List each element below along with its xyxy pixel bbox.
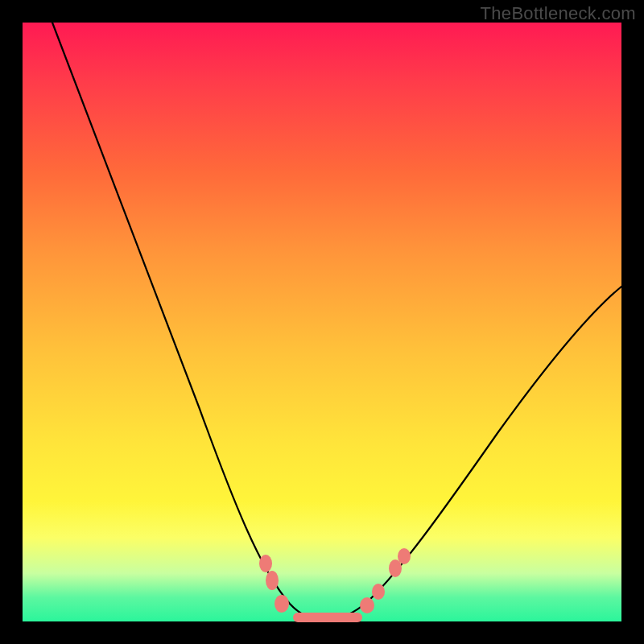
curve-marker (398, 548, 411, 564)
curve-left-branch (52, 23, 322, 619)
chart-frame: TheBottleneck.com (0, 0, 644, 644)
curve-marker (360, 597, 374, 613)
watermark-text: TheBottleneck.com (481, 3, 636, 24)
curve-right-branch (322, 287, 621, 619)
curve-marker (275, 595, 289, 613)
curve-marker (259, 555, 272, 572)
plot-area (23, 23, 621, 621)
curve-marker-bar (293, 613, 362, 622)
curve-marker (266, 571, 279, 590)
curve-marker (372, 584, 385, 600)
bottleneck-curve (23, 23, 621, 621)
